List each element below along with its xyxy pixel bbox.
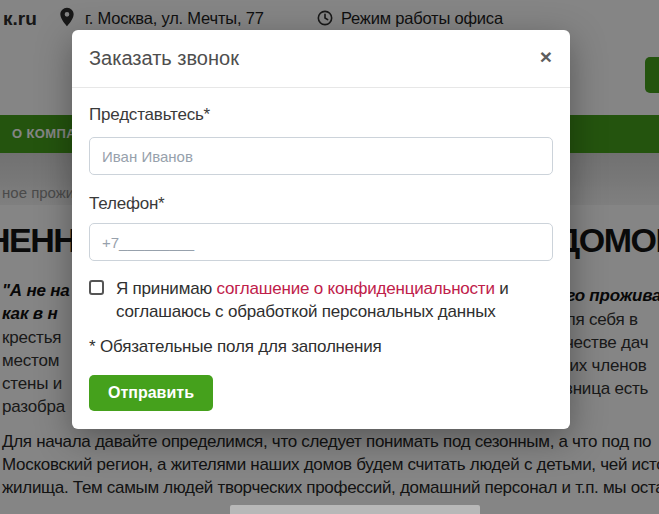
name-input[interactable]	[89, 137, 553, 175]
required-fields-note: * Обязательные поля для заполнения	[89, 337, 382, 357]
callback-modal: Заказать звонок × Представьтесь* Телефон…	[72, 30, 570, 429]
modal-header: Заказать звонок ×	[72, 30, 570, 88]
page: к.ru г. Москва, ул. Мечты, 77 Режим рабо…	[0, 0, 659, 514]
phone-input[interactable]	[89, 223, 553, 261]
consent-text: Я принимаю соглашение о конфиденциальнос…	[116, 277, 553, 323]
bottom-strip	[230, 505, 480, 514]
close-icon[interactable]: ×	[540, 46, 552, 67]
phone-field-label: Телефон*	[89, 194, 165, 214]
submit-button[interactable]: Отправить	[89, 375, 213, 411]
modal-title: Заказать звонок	[89, 47, 239, 70]
consent-prefix: Я принимаю	[116, 279, 216, 298]
privacy-agreement-link[interactable]: соглашение о конфиденциальности	[216, 279, 494, 298]
name-field-label: Представьтесь*	[89, 105, 210, 125]
consent-checkbox[interactable]	[89, 280, 104, 295]
